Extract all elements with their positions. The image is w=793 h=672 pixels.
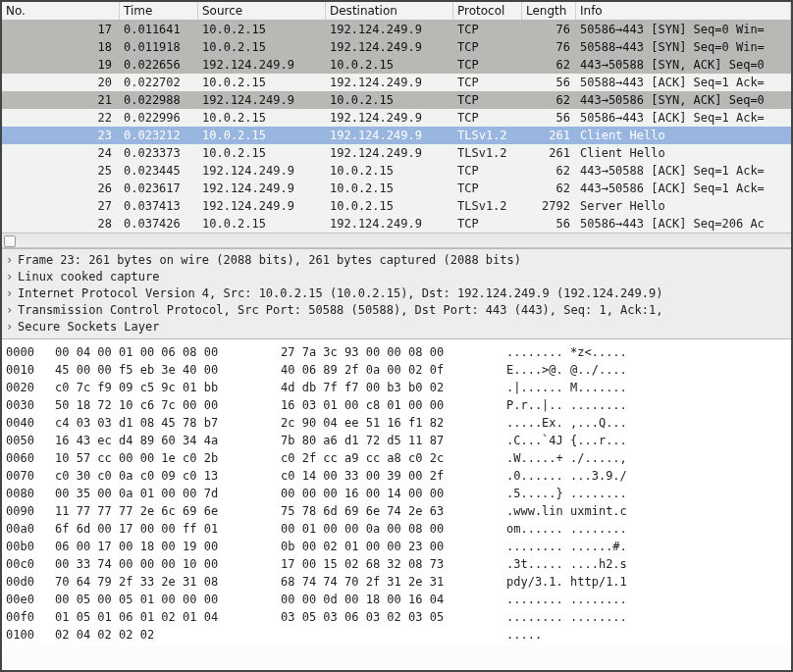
packet-cell-protocol: TLSv1.2 (453, 197, 522, 215)
packet-details-pane[interactable]: ›Frame 23: 261 bytes on wire (2088 bits)… (2, 248, 791, 339)
expand-chevron-icon[interactable]: › (6, 302, 16, 319)
hex-a: 02 04 02 02 02 (55, 626, 281, 644)
packet-cell-destination: 192.124.249.9 (326, 127, 453, 144)
hex-off: 0070 (6, 467, 55, 485)
packet-list-pane[interactable]: No. Time Source Destination Protocol Len… (2, 2, 791, 248)
packet-cell-destination: 192.124.249.9 (326, 144, 453, 162)
packet-cell-time: 0.011641 (120, 21, 198, 38)
hex-b: 16 03 01 00 c8 01 00 00 (281, 396, 506, 414)
hex-row[interactable]: 00d070 64 79 2f 33 2e 31 0868 74 74 70 2… (6, 573, 787, 591)
col-header-length[interactable]: Length (522, 2, 576, 20)
packet-cell-source: 10.0.2.15 (198, 109, 326, 127)
packet-row[interactable]: 240.02337310.0.2.15192.124.249.9TLSv1.22… (2, 144, 791, 162)
packet-cell-source: 10.0.2.15 (198, 21, 326, 38)
packet-cell-protocol: TCP (453, 38, 522, 56)
hex-row[interactable]: 009011 77 77 77 2e 6c 69 6e75 78 6d 69 6… (6, 502, 787, 520)
detail-text: Linux cooked capture (18, 269, 160, 285)
hex-row[interactable]: 000000 04 00 01 00 06 08 0027 7a 3c 93 0… (6, 343, 787, 361)
hex-t: ........ *z<..... (506, 343, 787, 361)
col-header-source[interactable]: Source (198, 2, 326, 20)
hex-b: 40 06 89 2f 0a 00 02 0f (281, 361, 506, 379)
hex-a: c0 7c f9 09 c5 9c 01 bb (55, 379, 281, 396)
col-header-time[interactable]: Time (120, 2, 198, 20)
packet-row[interactable]: 220.02299610.0.2.15192.124.249.9TCP56505… (2, 109, 791, 127)
hex-row[interactable]: 003050 18 72 10 c6 7c 00 0016 03 01 00 c… (6, 396, 787, 414)
packet-cell-no: 28 (2, 215, 120, 233)
packet-bytes-pane[interactable]: 000000 04 00 01 00 06 08 0027 7a 3c 93 0… (2, 339, 791, 646)
expand-chevron-icon[interactable]: › (6, 285, 16, 302)
packet-row[interactable]: 260.023617192.124.249.910.0.2.15TCP62443… (2, 180, 791, 197)
hex-a: 11 77 77 77 2e 6c 69 6e (55, 502, 281, 520)
packet-cell-length: 261 (522, 144, 576, 162)
hex-row[interactable]: 010002 04 02 02 02..... (6, 626, 787, 644)
packet-cell-length: 62 (522, 91, 576, 109)
packet-cell-length: 261 (522, 127, 576, 144)
hex-off: 0040 (6, 414, 55, 432)
packet-row[interactable]: 180.01191810.0.2.15192.124.249.9TCP76505… (2, 38, 791, 56)
hex-row[interactable]: 00a06f 6d 00 17 00 00 ff 0100 01 00 00 0… (6, 520, 787, 538)
packet-row[interactable]: 170.01164110.0.2.15192.124.249.9TCP76505… (2, 21, 791, 38)
hex-row[interactable]: 001045 00 00 f5 eb 3e 40 0040 06 89 2f 0… (6, 361, 787, 379)
packet-cell-no: 18 (2, 38, 120, 56)
packet-row[interactable]: 250.023445192.124.249.910.0.2.15TCP62443… (2, 162, 791, 180)
packet-cell-length: 76 (522, 38, 576, 56)
expand-chevron-icon[interactable]: › (6, 319, 16, 336)
hex-b: 68 74 74 70 2f 31 2e 31 (281, 573, 506, 591)
col-header-info[interactable]: Info (576, 2, 791, 20)
hex-row[interactable]: 0040c4 03 03 d1 08 45 78 b72c 90 04 ee 5… (6, 414, 787, 432)
packet-cell-destination: 192.124.249.9 (326, 21, 453, 38)
packet-cell-length: 76 (522, 21, 576, 38)
hex-b: c0 2f cc a9 cc a8 c0 2c (281, 449, 506, 467)
hex-b: 2c 90 04 ee 51 16 f1 82 (281, 414, 506, 432)
hex-row[interactable]: 0020c0 7c f9 09 c5 9c 01 bb4d db 7f f7 0… (6, 379, 787, 396)
hex-row[interactable]: 005016 43 ec d4 89 60 34 4a7b 80 a6 d1 7… (6, 432, 787, 449)
col-header-no[interactable]: No. (2, 2, 120, 20)
packet-list-body[interactable]: 170.01164110.0.2.15192.124.249.9TCP76505… (2, 21, 791, 233)
packet-cell-no: 27 (2, 197, 120, 215)
hex-t: .0...... ...3.9./ (506, 467, 787, 485)
hex-t: P.r..|.. ........ (506, 396, 787, 414)
packet-cell-no: 24 (2, 144, 120, 162)
detail-text: Secure Sockets Layer (18, 319, 160, 336)
hex-row[interactable]: 008000 35 00 0a 01 00 00 7d00 00 00 16 0… (6, 485, 787, 502)
col-header-destination[interactable]: Destination (326, 2, 453, 20)
hex-t: .C...`4J {...r... (506, 432, 787, 449)
hex-row[interactable]: 006010 57 cc 00 00 1e c0 2bc0 2f cc a9 c… (6, 449, 787, 467)
hex-row[interactable]: 0070c0 30 c0 0a c0 09 c0 13c0 14 00 33 0… (6, 467, 787, 485)
packet-cell-destination: 10.0.2.15 (326, 91, 453, 109)
packet-cell-time: 0.023617 (120, 180, 198, 197)
col-header-protocol[interactable]: Protocol (453, 2, 522, 20)
packet-cell-info: Client Hello (576, 144, 791, 162)
detail-row[interactable]: ›Frame 23: 261 bytes on wire (2088 bits)… (6, 252, 787, 269)
packet-row[interactable]: 280.03742610.0.2.15192.124.249.9TCP56505… (2, 215, 791, 233)
packet-row[interactable]: 270.037413192.124.249.910.0.2.15TLSv1.22… (2, 197, 791, 215)
hex-row[interactable]: 00f001 05 01 06 01 02 01 0403 05 03 06 0… (6, 608, 787, 626)
packet-row[interactable]: 190.022656192.124.249.910.0.2.15TCP62443… (2, 56, 791, 74)
detail-row[interactable]: ›Internet Protocol Version 4, Src: 10.0.… (6, 285, 787, 302)
packet-cell-length: 62 (522, 56, 576, 74)
packet-cell-no: 25 (2, 162, 120, 180)
hex-row[interactable]: 00c000 33 74 00 00 00 10 0017 00 15 02 6… (6, 555, 787, 573)
detail-row[interactable]: ›Linux cooked capture (6, 269, 787, 285)
detail-row[interactable]: ›Transmission Control Protocol, Src Port… (6, 302, 787, 319)
expand-chevron-icon[interactable]: › (6, 269, 16, 285)
packet-row[interactable]: 210.022988192.124.249.910.0.2.15TCP62443… (2, 91, 791, 109)
hex-row[interactable]: 00b006 00 17 00 18 00 19 000b 00 02 01 0… (6, 538, 787, 555)
hex-off: 00d0 (6, 573, 55, 591)
packet-cell-source: 192.124.249.9 (198, 180, 326, 197)
packet-cell-destination: 192.124.249.9 (326, 38, 453, 56)
hex-b: 00 00 00 16 00 14 00 00 (281, 485, 506, 502)
packet-cell-no: 19 (2, 56, 120, 74)
packet-cell-length: 2792 (522, 197, 576, 215)
hex-row[interactable]: 00e000 05 00 05 01 00 00 0000 00 0d 00 1… (6, 591, 787, 608)
detail-text: Internet Protocol Version 4, Src: 10.0.2… (18, 285, 662, 302)
scroll-left-icon[interactable] (4, 235, 16, 247)
packet-row[interactable]: 200.02270210.0.2.15192.124.249.9TCP56505… (2, 74, 791, 91)
packet-cell-destination: 10.0.2.15 (326, 197, 453, 215)
packet-row[interactable]: 230.02321210.0.2.15192.124.249.9TLSv1.22… (2, 127, 791, 144)
detail-row[interactable]: ›Secure Sockets Layer (6, 319, 787, 336)
packet-cell-no: 20 (2, 74, 120, 91)
horizontal-scrollbar[interactable] (2, 233, 791, 248)
expand-chevron-icon[interactable]: › (6, 252, 16, 269)
hex-b: c0 14 00 33 00 39 00 2f (281, 467, 506, 485)
